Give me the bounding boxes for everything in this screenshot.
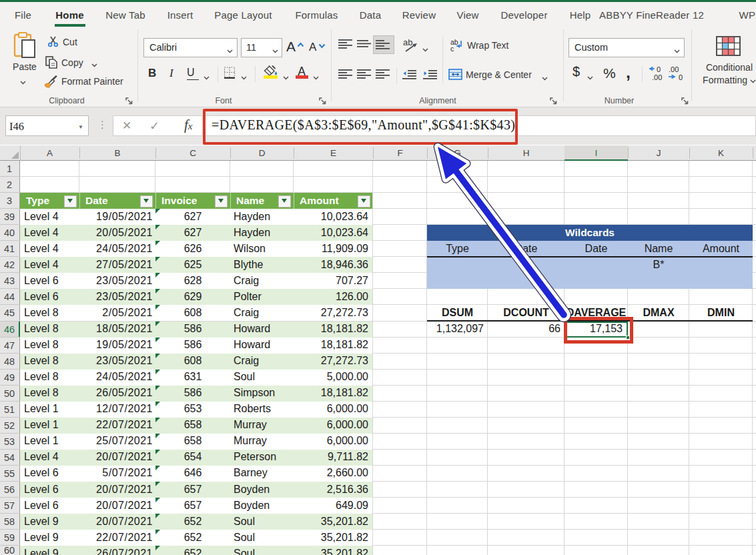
svg-text:.00: .00 [669,65,679,73]
svg-text:0: 0 [657,65,661,73]
svg-text:ab: ab [403,38,412,47]
svg-text:.00: .00 [652,73,662,81]
svg-text:c: c [450,45,454,52]
svg-text:0: 0 [679,73,683,81]
